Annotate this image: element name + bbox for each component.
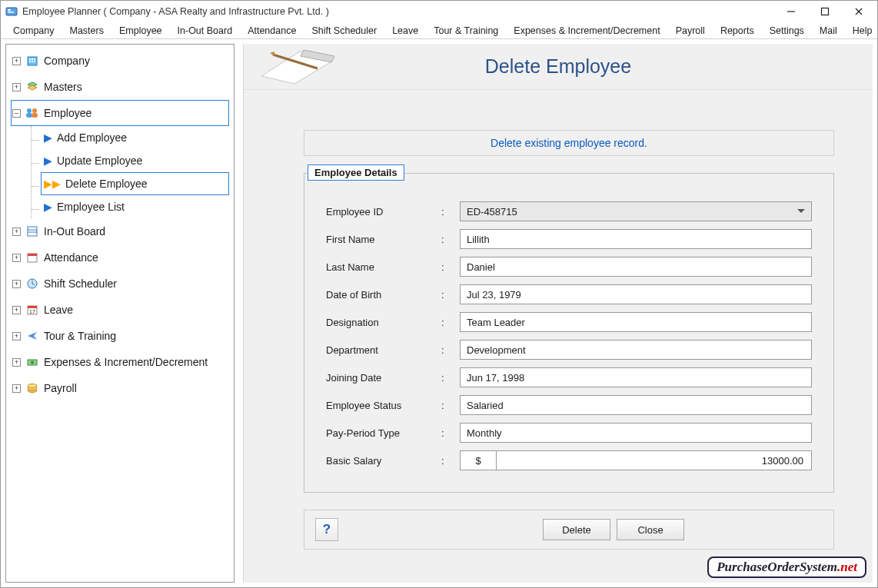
menu-expenses[interactable]: Expenses & Increment/Decrement <box>506 24 667 38</box>
menu-company[interactable]: Company <box>5 24 62 38</box>
tree-node-leave[interactable]: +17Leave <box>11 297 229 323</box>
svg-rect-4 <box>822 8 829 15</box>
close-button[interactable]: Close <box>617 519 684 540</box>
svg-rect-13 <box>34 61 35 62</box>
expand-icon[interactable]: + <box>12 384 21 393</box>
building-icon <box>25 54 39 68</box>
menu-mail[interactable]: Mail <box>812 24 845 38</box>
tree-child-update-employee[interactable]: ▶Update Employee <box>41 149 229 172</box>
label-joining-date: Joining Date <box>326 372 441 384</box>
tree-child-label: Employee List <box>57 201 125 213</box>
tree-node-inout[interactable]: +In-Out Board <box>11 218 229 244</box>
expand-icon[interactable]: + <box>12 228 21 236</box>
tree-node-company[interactable]: + Company <box>11 48 229 74</box>
menu-tour[interactable]: Tour & Training <box>426 24 506 38</box>
coins-icon <box>25 381 39 395</box>
board-icon <box>25 224 39 238</box>
pay-period-field[interactable]: Monthly <box>460 423 812 443</box>
menu-settings[interactable]: Settings <box>762 24 812 38</box>
window-titlebar: Employee Planner ( Company - ASA Realty … <box>1 1 877 22</box>
expand-icon[interactable]: + <box>12 306 21 314</box>
label-dob: Date of Birth <box>326 289 441 301</box>
svg-rect-29 <box>28 306 37 308</box>
label-department: Department <box>326 344 441 356</box>
currency-symbol: $ <box>460 450 497 470</box>
window-minimize-button[interactable] <box>774 1 808 22</box>
tree-child-add-employee[interactable]: ▶Add Employee <box>41 126 229 149</box>
delete-button[interactable]: Delete <box>543 519 610 540</box>
tree-child-delete-employee[interactable]: ▶▶Delete Employee <box>41 172 229 195</box>
menu-masters[interactable]: Masters <box>62 24 111 38</box>
menu-leave[interactable]: Leave <box>384 24 426 38</box>
svg-rect-9 <box>32 58 33 60</box>
menu-help[interactable]: Help <box>845 24 878 38</box>
designation-field[interactable]: Team Leader <box>460 312 812 332</box>
expand-icon[interactable]: + <box>12 57 21 65</box>
menu-employee[interactable]: Employee <box>111 24 170 38</box>
joining-date-field[interactable]: Jun 17, 1998 <box>460 367 812 387</box>
label-last-name: Last Name <box>326 261 441 273</box>
label-first-name: First Name <box>326 234 441 245</box>
expand-icon[interactable]: + <box>12 332 21 341</box>
menu-payroll[interactable]: Payroll <box>668 24 713 38</box>
arrow-icon: ▶ <box>44 154 52 167</box>
tree-label: Shift Scheduler <box>44 277 117 290</box>
tree-label: Tour & Training <box>44 330 116 342</box>
tree-node-payroll[interactable]: +Payroll <box>11 375 229 401</box>
collapse-icon[interactable]: – <box>12 109 21 118</box>
watermark: PurchaseOrderSystem.net <box>707 556 866 578</box>
menu-shift[interactable]: Shift Scheduler <box>304 24 384 38</box>
tree-label: Payroll <box>44 382 77 394</box>
tree-node-tour[interactable]: +Tour & Training <box>11 323 229 349</box>
tree-node-attendance[interactable]: +Attendance <box>11 244 229 271</box>
last-name-field[interactable]: Daniel <box>460 257 812 277</box>
expand-icon[interactable]: + <box>12 358 21 367</box>
menu-reports[interactable]: Reports <box>713 24 762 38</box>
sidebar-tree[interactable]: + Company + Masters – Employee <box>5 44 234 583</box>
expand-icon[interactable]: + <box>12 280 21 288</box>
tree-node-masters[interactable]: + Masters <box>11 74 229 100</box>
svg-point-17 <box>32 108 37 113</box>
dob-field[interactable]: Jul 23, 1979 <box>460 284 812 304</box>
tree-label: Masters <box>44 81 82 93</box>
window-maximize-button[interactable] <box>808 1 842 22</box>
department-field[interactable]: Development <box>460 340 812 360</box>
tree-node-expenses[interactable]: +Expenses & Increment/Decrement <box>11 349 229 375</box>
menubar: Company Masters Employee In-Out Board At… <box>1 22 877 39</box>
label-pay-period: Pay-Period Type <box>326 427 441 439</box>
svg-point-16 <box>27 108 32 113</box>
first-name-field[interactable]: Lillith <box>460 229 812 249</box>
tree-node-employee[interactable]: – Employee <box>11 100 229 126</box>
svg-rect-8 <box>29 58 31 60</box>
label-status: Employee Status <box>326 400 441 411</box>
svg-point-33 <box>31 361 34 364</box>
svg-marker-31 <box>28 332 37 340</box>
calendar-icon <box>25 251 39 264</box>
svg-rect-12 <box>32 61 33 62</box>
label-employee-id: Employee ID <box>326 206 441 218</box>
clock-icon <box>25 277 39 291</box>
app-icon <box>5 5 18 18</box>
window-close-button[interactable] <box>842 1 876 22</box>
split-divider[interactable] <box>238 39 241 587</box>
tree-node-shift[interactable]: +Shift Scheduler <box>11 271 229 297</box>
expand-icon[interactable]: + <box>12 254 21 262</box>
tree-child-label: Add Employee <box>57 131 127 144</box>
plane-icon <box>25 329 39 343</box>
tree-child-employee-list[interactable]: ▶Employee List <box>41 195 229 218</box>
tree-label: Expenses & Increment/Decrement <box>44 356 208 368</box>
info-banner: Delete existing employee record. <box>304 130 834 156</box>
menu-attendance[interactable]: Attendance <box>240 24 304 38</box>
status-field[interactable]: Salaried <box>460 395 812 415</box>
svg-rect-19 <box>32 113 38 118</box>
tree-child-label: Delete Employee <box>65 178 148 190</box>
employee-id-select[interactable]: ED-458715 <box>460 201 812 221</box>
help-button[interactable]: ? <box>315 518 338 541</box>
tree-label: Attendance <box>44 251 98 264</box>
employee-id-value: ED-458715 <box>467 206 517 218</box>
menu-inout[interactable]: In-Out Board <box>170 24 241 38</box>
label-designation: Designation <box>326 317 441 328</box>
basic-salary-field[interactable]: 13000.00 <box>497 450 812 470</box>
tree-label: Company <box>44 55 90 67</box>
expand-icon[interactable]: + <box>12 83 21 91</box>
